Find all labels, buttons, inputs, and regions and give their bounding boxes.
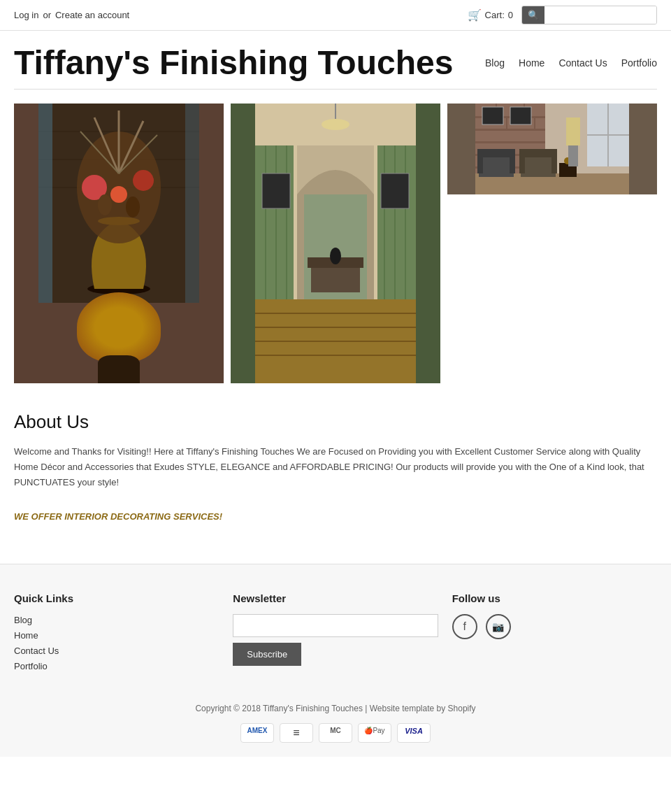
svg-rect-69: [510, 107, 531, 124]
payment-icons: AMEX ≡ MC 🍎Pay VISA: [14, 723, 657, 743]
nav-blog[interactable]: Blog: [485, 57, 505, 69]
footer-link-home[interactable]: Home: [14, 629, 219, 641]
footer-link-blog[interactable]: Blog: [14, 614, 219, 625]
svg-rect-66: [566, 117, 580, 145]
svg-rect-58: [477, 149, 483, 173]
site-title[interactable]: Tiffany's Finishing Touches: [14, 45, 453, 82]
cart-count: 0: [508, 10, 513, 20]
footer-link-portfolio[interactable]: Portfolio: [14, 660, 219, 671]
gallery: [0, 104, 671, 383]
instagram-icon[interactable]: 📷: [486, 614, 511, 639]
top-bar-left: Log in or Create an account: [14, 10, 129, 20]
svg-rect-57: [477, 149, 515, 157]
svg-point-14: [110, 186, 127, 203]
gallery-item-2[interactable]: [231, 104, 440, 383]
cart-link[interactable]: 🛒 Cart: 0: [468, 8, 513, 22]
about-section: About Us Welcome and Thanks for Visiting…: [0, 411, 671, 564]
svg-rect-28: [255, 145, 294, 299]
main-nav: Blog Home Contact Us Portfolio: [485, 57, 657, 69]
payment-mastercard: MC: [319, 723, 352, 743]
header-divider: [14, 89, 657, 90]
footer-bottom: Copyright © 2018 Tiffany's Finishing Tou…: [14, 704, 657, 743]
top-bar-right: 🛒 Cart: 0 🔍: [468, 6, 657, 24]
offer-text: WE OFFER INTERIOR DECORATING SERVICES!: [14, 511, 657, 522]
copyright-text: Copyright © 2018 Tiffany's Finishing Tou…: [14, 704, 657, 713]
quick-links-title: Quick Links: [14, 592, 219, 604]
svg-rect-37: [381, 173, 409, 208]
payment-maestro: ≡: [280, 723, 313, 743]
newsletter-form: Subscribe: [233, 614, 438, 666]
footer-grid: Quick Links Blog Home Contact Us Portfol…: [14, 592, 657, 676]
newsletter-email-input[interactable]: [233, 614, 438, 637]
search-button[interactable]: 🔍: [522, 6, 544, 24]
svg-rect-62: [519, 149, 525, 173]
svg-rect-47: [475, 141, 545, 143]
about-title: About Us: [14, 411, 657, 433]
payment-amex: AMEX: [240, 723, 274, 743]
site-header: Tiffany's Finishing Touches Blog Home Co…: [0, 31, 671, 89]
site-footer: Quick Links Blog Home Contact Us Portfol…: [0, 564, 671, 757]
nav-home[interactable]: Home: [519, 57, 544, 69]
newsletter-title: Newsletter: [233, 592, 438, 604]
nav-contact[interactable]: Contact Us: [558, 57, 607, 69]
gallery-image-3: [447, 104, 657, 194]
footer-follow-col: Follow us f 📷: [452, 592, 657, 676]
about-body: Welcome and Thanks for Visiting!! Here a…: [14, 444, 657, 490]
svg-rect-29: [377, 145, 416, 299]
gallery-item-1[interactable]: [14, 104, 224, 383]
gallery-image-1: [14, 104, 224, 303]
gallery-item-3[interactable]: [447, 104, 657, 194]
svg-rect-46: [475, 129, 545, 131]
nav-portfolio[interactable]: Portfolio: [621, 57, 657, 69]
svg-rect-36: [262, 173, 290, 208]
footer-newsletter-col: Newsletter Subscribe: [233, 592, 438, 676]
search-form: 🔍: [521, 6, 657, 24]
or-text: or: [43, 10, 51, 20]
login-link[interactable]: Log in: [14, 10, 38, 20]
svg-point-41: [322, 119, 349, 130]
subscribe-button[interactable]: Subscribe: [233, 643, 301, 666]
svg-point-40: [330, 248, 341, 264]
search-input[interactable]: [544, 6, 656, 24]
svg-point-16: [126, 197, 140, 218]
footer-quick-links-col: Quick Links Blog Home Contact Us Portfol…: [14, 592, 219, 676]
footer-link-contact[interactable]: Contact Us: [14, 645, 219, 656]
svg-rect-61: [519, 149, 557, 157]
search-icon: 🔍: [528, 10, 539, 20]
svg-rect-38: [311, 264, 360, 292]
top-bar: Log in or Create an account 🛒 Cart: 0 🔍: [0, 0, 671, 31]
svg-rect-68: [482, 107, 503, 124]
svg-rect-17: [38, 104, 52, 303]
svg-rect-18: [185, 104, 199, 303]
svg-point-13: [133, 170, 154, 191]
create-account-link[interactable]: Create an account: [55, 10, 129, 20]
gallery-image-2: [231, 104, 440, 383]
svg-rect-67: [568, 145, 578, 166]
cart-icon: 🛒: [468, 8, 482, 22]
follow-title: Follow us: [452, 592, 657, 604]
svg-rect-63: [551, 149, 557, 173]
payment-visa: VISA: [397, 723, 431, 743]
cart-label: Cart:: [485, 10, 505, 20]
facebook-icon[interactable]: f: [452, 614, 477, 639]
social-icons: f 📷: [452, 614, 657, 639]
quick-links-list: Blog Home Contact Us Portfolio: [14, 614, 219, 671]
svg-point-15: [98, 194, 112, 215]
payment-applepay: 🍎Pay: [358, 723, 391, 743]
svg-rect-59: [510, 149, 515, 173]
